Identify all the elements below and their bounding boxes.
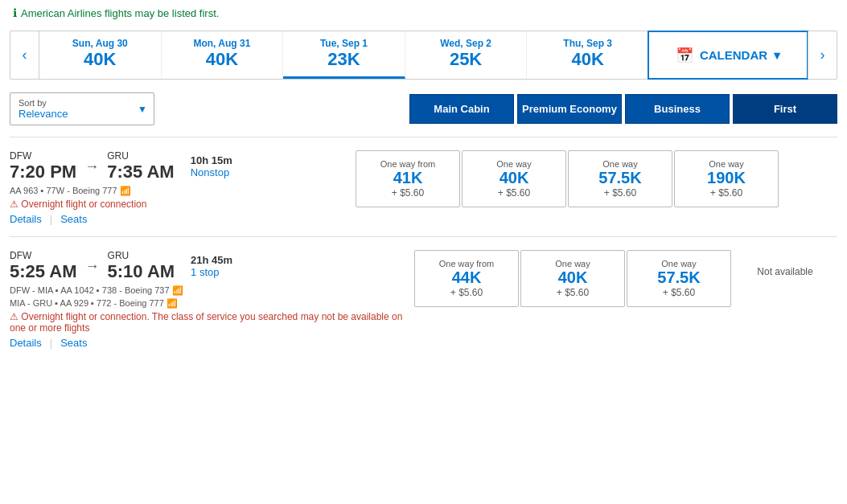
calendar-label: CALENDAR [700, 48, 767, 62]
dest-code-0: GRU [107, 150, 175, 162]
flight-times-0: DFW 7:20 PM → GRU 7:35 AM 10h 15m Nonsto… [10, 150, 356, 182]
flight-info-1: DFW 5:25 AM → GRU 5:10 AM 21h 45m 1 stop… [10, 250, 414, 355]
price-cards-1: One way from 44K + $5.60 One way 40K + $… [414, 250, 837, 307]
origin-code-0: DFW [10, 150, 76, 162]
price-card-1-2[interactable]: One way 57.5K + $5.60 [627, 250, 731, 307]
calendar-arrow-icon: ▾ [774, 48, 780, 63]
one-way-label-0-3: One way [681, 159, 771, 169]
duration-1: 21h 45m [191, 254, 232, 266]
cash-1-1: + $5.60 [528, 287, 618, 298]
one-way-label-0-1: One way [469, 159, 559, 169]
one-way-label-1-1: One way [528, 259, 618, 268]
flight-link-0-1[interactable]: Seats [60, 213, 87, 225]
date-list: Sun, Aug 3040KMon, Aug 3140KTue, Sep 123… [39, 31, 648, 79]
overnight-warning-0: ⚠ Overnight flight or connection [10, 199, 356, 210]
one-way-label-0-2: One way [575, 159, 665, 169]
sort-label: Sort by [19, 98, 131, 108]
price-card-0-1[interactable]: One way 40K + $5.60 [462, 150, 566, 207]
cash-0-2: + $5.60 [575, 187, 665, 199]
flight-arrow-1: → [85, 258, 100, 275]
date-item-4[interactable]: Thu, Sep 340K [527, 31, 648, 79]
duration-stop-1: 21h 45m 1 stop [191, 254, 232, 278]
cabin-headers: Main CabinPremium EconomyBusinessFirst [409, 94, 837, 124]
sort-value: Relevance [19, 108, 131, 120]
cabin-header-business[interactable]: Business [625, 94, 730, 124]
flights-container: DFW 7:20 PM → GRU 7:35 AM 10h 15m Nonsto… [0, 142, 847, 355]
cash-1-2: + $5.60 [634, 287, 724, 298]
cash-0-0: + $5.60 [363, 187, 453, 199]
calendar-icon: 📅 [676, 47, 693, 64]
flight-row-1: DFW 5:25 AM → GRU 5:10 AM 21h 45m 1 stop… [0, 242, 847, 355]
flight-meta-0: AA 963 ▪ 77W - Boeing 777 📶 [10, 186, 356, 196]
notice-bar: ℹ American Airlines flights may be liste… [0, 0, 847, 24]
origin-time-1: 5:25 AM [10, 261, 77, 282]
stop-0: Nonstop [191, 166, 232, 178]
divider-between-flights [10, 236, 837, 237]
next-date-arrow[interactable]: › [808, 31, 837, 79]
points-0-2: 57.5K [575, 169, 665, 187]
not-available-1-3: Not available [733, 250, 837, 277]
dest-code-1: GRU [108, 250, 175, 261]
flight-link-0-0[interactable]: Details [10, 213, 42, 225]
overnight-warning-1: ⚠ Overnight flight or connection. The cl… [10, 311, 414, 334]
flight-link-1-0[interactable]: Details [10, 337, 42, 349]
price-card-0-3[interactable]: One way 190K + $5.60 [674, 150, 779, 207]
price-card-1-1[interactable]: One way 40K + $5.60 [520, 250, 625, 307]
date-nav: ‹ Sun, Aug 3040KMon, Aug 3140KTue, Sep 1… [10, 31, 837, 80]
link-divider: | [50, 337, 52, 349]
origin-time-0: 7:20 PM [10, 162, 76, 182]
date-item-3[interactable]: Wed, Sep 225K [405, 31, 528, 79]
cabin-header-premium-economy[interactable]: Premium Economy [517, 94, 622, 124]
duration-stop-0: 10h 15m Nonstop [191, 154, 232, 178]
divider-1 [10, 137, 837, 137]
points-1-2: 57.5K [634, 268, 724, 287]
calendar-button[interactable]: 📅 CALENDAR ▾ [648, 31, 808, 80]
cash-1-0: + $5.60 [421, 287, 512, 298]
link-divider: | [50, 213, 52, 225]
cabin-header-first[interactable]: First [733, 94, 837, 124]
flight-meta2-1: MIA - GRU ▪ AA 929 ▪ 772 - Boeing 777 📶 [10, 298, 414, 309]
flight-links-0: Details|Seats [10, 213, 356, 225]
points-1-1: 40K [528, 268, 618, 287]
flight-link-1-1[interactable]: Seats [60, 337, 87, 349]
duration-0: 10h 15m [191, 154, 232, 166]
flight-row-0: DFW 7:20 PM → GRU 7:35 AM 10h 15m Nonsto… [0, 142, 847, 232]
notice-text: American Airlines flights may be listed … [21, 7, 219, 19]
one-way-label-0-0: One way from [363, 159, 453, 169]
info-icon: ℹ [13, 6, 17, 19]
flight-arrow-0: → [84, 158, 99, 175]
points-0-1: 40K [469, 169, 559, 187]
flight-meta-1: DFW - MIA ▪ AA 1042 ▪ 738 - Boeing 737 📶 [10, 285, 414, 296]
sort-arrow-icon: ▼ [138, 104, 147, 115]
stop-1: 1 stop [191, 266, 232, 278]
flight-times-1: DFW 5:25 AM → GRU 5:10 AM 21h 45m 1 stop [10, 250, 414, 282]
sort-select[interactable]: Sort by Relevance ▼ [10, 92, 154, 125]
dest-time-0: 7:35 AM [107, 162, 175, 182]
date-item-1[interactable]: Mon, Aug 3140K [162, 31, 284, 79]
sort-row: Sort by Relevance ▼ Main CabinPremium Ec… [0, 86, 847, 132]
price-card-0-2[interactable]: One way 57.5K + $5.60 [568, 150, 672, 207]
price-cards-0: One way from 41K + $5.60 One way 40K + $… [356, 150, 779, 207]
cabin-header-main-cabin[interactable]: Main Cabin [409, 94, 514, 124]
one-way-label-1-0: One way from [421, 259, 512, 268]
prev-date-arrow[interactable]: ‹ [10, 31, 39, 79]
flight-links-1: Details|Seats [10, 337, 414, 349]
date-item-2[interactable]: Tue, Sep 123K [283, 31, 405, 79]
price-card-1-0[interactable]: One way from 44K + $5.60 [414, 250, 519, 307]
points-1-0: 44K [421, 268, 512, 287]
points-0-0: 41K [363, 169, 453, 187]
dest-time-1: 5:10 AM [108, 261, 175, 282]
one-way-label-1-2: One way [634, 259, 724, 268]
flight-info-0: DFW 7:20 PM → GRU 7:35 AM 10h 15m Nonsto… [10, 150, 356, 232]
origin-code-1: DFW [10, 250, 77, 261]
date-item-0[interactable]: Sun, Aug 3040K [39, 31, 162, 79]
cash-0-3: + $5.60 [681, 187, 771, 199]
cash-0-1: + $5.60 [469, 187, 559, 199]
price-card-0-0[interactable]: One way from 41K + $5.60 [356, 150, 460, 207]
points-0-3: 190K [681, 169, 771, 187]
